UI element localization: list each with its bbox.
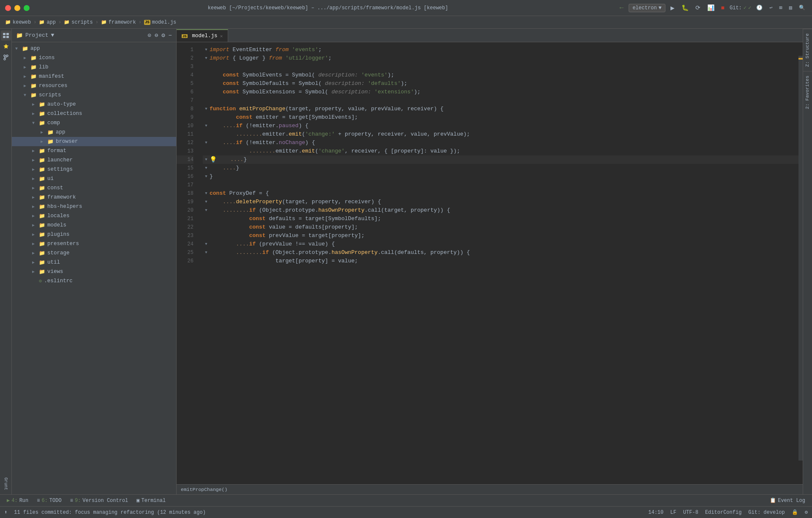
step-over-icon[interactable]: ⟳ [694, 3, 702, 12]
folder-icon: 📁 [39, 176, 45, 182]
tree-item-auto-type[interactable]: ▶ 📁 auto-type [12, 100, 176, 109]
line-ending: LF [670, 510, 676, 515]
tree-item-util[interactable]: ▶ 📁 util [12, 258, 176, 267]
code-content[interactable]: ▼ import EventEmitter from 'events'; ▼ i… [198, 42, 803, 484]
comment: description: [328, 88, 371, 96]
code-line: ▼ ........if (Object.prototype.hasOwnPro… [203, 248, 803, 257]
fold-marker[interactable]: ▼ [203, 172, 210, 181]
bulb-icon[interactable]: 💡 [210, 155, 217, 164]
side-tab-project[interactable] [1, 30, 11, 41]
tree-item-lib[interactable]: ▶ 📁 lib [12, 63, 176, 72]
fold-marker[interactable]: ▼ [203, 54, 210, 63]
search-icon[interactable]: 🔍 [797, 4, 807, 12]
breadcrumb-framework[interactable]: framework [109, 19, 136, 25]
tree-item-browser[interactable]: ▶ 📁 browser [12, 137, 176, 146]
layout2-icon[interactable]: ▤ [787, 4, 794, 12]
side-tab-structure[interactable]: Z: Structure [803, 29, 812, 71]
back-arrow-icon[interactable]: ← [618, 3, 626, 13]
tree-item-app[interactable]: ▼ 📁 app [12, 44, 176, 53]
tree-label: hbs-helpers [47, 204, 82, 210]
breadcrumb-scripts[interactable]: scripts [71, 19, 93, 25]
tree-item-manifest[interactable]: ▶ 📁 manifest [12, 72, 176, 81]
folder-icon: 📁 [39, 120, 45, 126]
stop-button[interactable]: ■ [719, 4, 726, 12]
bc-folder3-icon: 📁 [64, 19, 70, 25]
fold-marker[interactable]: ▼ [203, 198, 210, 206]
fold-marker[interactable]: ▼ [203, 248, 210, 257]
side-tab-grunt[interactable]: Grunt [1, 473, 11, 494]
git-commit-status: 11 files committed: focus managing refac… [14, 510, 206, 515]
tree-item-const[interactable]: ▶ 📁 const [12, 183, 176, 193]
fold-marker[interactable]: ▼ [203, 105, 210, 113]
fold-marker[interactable]: ▼ [203, 155, 210, 164]
settings-cog-icon[interactable]: ⚙ [805, 509, 808, 515]
side-tab-vcs[interactable] [1, 52, 11, 63]
code-line: const emitter = target[SymbolEvents]; [203, 113, 803, 122]
close-button[interactable] [5, 5, 11, 11]
svg-line-8 [5, 57, 7, 58]
side-tab-favorites[interactable]: ⭐ [1, 41, 11, 52]
bc-file-icon: JS [144, 20, 150, 25]
breadcrumb-keeweb[interactable]: keeweb [13, 19, 31, 25]
minimize-button[interactable] [14, 5, 20, 11]
tree-item-resources[interactable]: ▶ 📁 resources [12, 81, 176, 90]
fold-marker[interactable]: ▼ [203, 240, 210, 248]
breadcrumb-app[interactable]: app [46, 19, 56, 25]
method: emit [302, 147, 315, 155]
tab-close-button[interactable]: ✕ [220, 33, 223, 39]
fold-marker[interactable]: ▼ [203, 189, 210, 198]
tree-item-hbs-helpers[interactable]: ▶ 📁 hbs-helpers [12, 202, 176, 211]
folder-icon: 📁 [22, 46, 28, 52]
maximize-button[interactable] [24, 5, 30, 11]
tree-item-scripts[interactable]: ▼ 📁 scripts [12, 90, 176, 100]
tree-item-plugins[interactable]: ▶ 📁 plugins [12, 230, 176, 239]
line-number: 13 [177, 147, 193, 155]
tree-item-models[interactable]: ▶ 📁 models [12, 221, 176, 230]
project-dropdown-icon[interactable]: ▼ [51, 32, 54, 38]
fold-marker[interactable]: ▼ [203, 206, 210, 215]
electron-config-button[interactable]: electron ▼ [629, 4, 665, 12]
tree-item-comp[interactable]: ▼ 📁 comp [12, 118, 176, 128]
fold-marker[interactable]: ▼ [203, 122, 210, 130]
tree-item-views[interactable]: ▶ 📁 views [12, 267, 176, 276]
minimize-panel-icon[interactable]: − [169, 32, 172, 39]
tree-item-settings[interactable]: ▶ 📁 settings [12, 165, 176, 174]
side-tab-favorites-right[interactable]: 2: Favorites [803, 71, 812, 113]
tree-item-icons[interactable]: ▶ 📁 icons [12, 53, 176, 63]
tree-item-launcher[interactable]: ▶ 📁 launcher [12, 155, 176, 165]
breadcrumb-model-js[interactable]: model.js [152, 19, 177, 25]
debug-icon[interactable]: 🐛 [680, 3, 690, 12]
tree-item-locales[interactable]: ▶ 📁 locales [12, 211, 176, 221]
history-icon[interactable]: 🕐 [755, 4, 764, 12]
layout-icon[interactable]: ⊞ [778, 4, 784, 12]
svg-point-5 [6, 55, 8, 57]
tree-item-presenters[interactable]: ▶ 📁 presenters [12, 239, 176, 248]
tree-item-eslintrc[interactable]: ▶ ⊙ .eslintrc [12, 276, 176, 286]
bottom-tab-event-log[interactable]: 📋 Event Log [766, 496, 809, 504]
editor-tab-model-js[interactable]: JS model.js ✕ [177, 29, 228, 42]
bottom-tab-terminal[interactable]: ▣ Terminal [133, 496, 169, 504]
run-button[interactable]: ▶ [669, 3, 676, 13]
bottom-tab-run[interactable]: ▶ 4: Run [3, 496, 32, 504]
fold-marker[interactable]: ▼ [203, 46, 210, 54]
tree-item-framework[interactable]: ▶ 📁 framework [12, 193, 176, 202]
function-context-label: emitPropChange() [181, 487, 227, 492]
undo-icon[interactable]: ↩ [768, 4, 774, 12]
tree-item-format[interactable]: ▶ 📁 format [12, 146, 176, 155]
bottom-tab-todo[interactable]: ≡ 6: TODO [33, 497, 65, 504]
locate-file-icon[interactable]: ⊙ [147, 32, 151, 39]
tree-item-collections[interactable]: ▶ 📁 collections [12, 109, 176, 118]
tree-item-storage[interactable]: ▶ 📁 storage [12, 248, 176, 258]
bottom-tab-vcs[interactable]: ≡ 9: Version Control [67, 497, 132, 504]
folder-icon: 📁 [39, 213, 45, 219]
tree-label: framework [47, 194, 76, 200]
profile-icon[interactable]: 📊 [706, 3, 716, 12]
collapse-all-icon[interactable]: ⊖ [155, 32, 158, 39]
line-number: 2 [177, 54, 193, 63]
fold-marker[interactable]: ▼ [203, 164, 210, 172]
tree-item-ui[interactable]: ▶ 📁 ui [12, 174, 176, 183]
fold-marker[interactable]: ▼ [203, 139, 210, 147]
settings-icon[interactable]: ⚙ [161, 32, 165, 39]
tree-item-comp-app[interactable]: ▶ 📁 app [12, 128, 176, 137]
code-line: ........emitter.emit('change', receiver,… [203, 147, 803, 155]
